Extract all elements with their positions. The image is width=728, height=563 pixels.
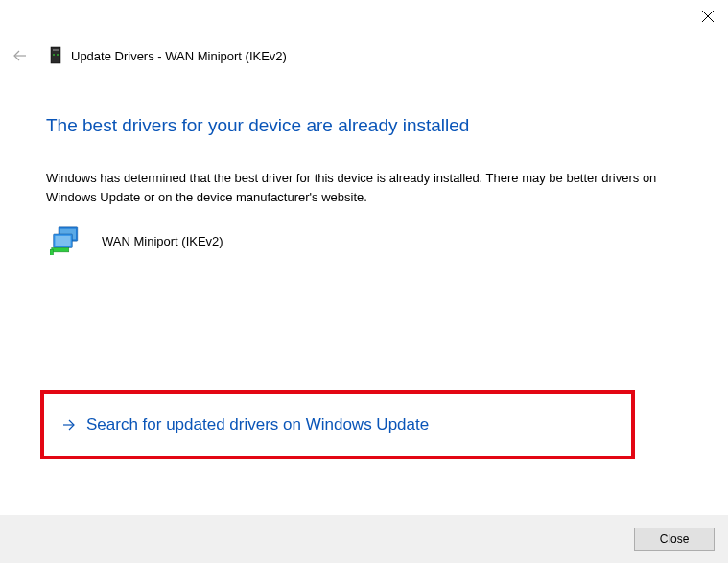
window-title: Update Drivers - WAN Miniport (IKEv2) <box>71 49 287 63</box>
content-area: The best drivers for your device are alr… <box>0 67 728 459</box>
arrow-right-icon <box>61 417 77 433</box>
network-adapter-icon <box>50 225 84 256</box>
footer-bar: Close <box>0 515 728 563</box>
device-row: WAN Miniport (IKEv2) <box>50 225 682 256</box>
page-heading: The best drivers for your device are alr… <box>46 115 682 136</box>
header-row: Update Drivers - WAN Miniport (IKEv2) <box>0 29 728 67</box>
svg-rect-4 <box>53 49 59 51</box>
back-arrow-icon[interactable] <box>12 47 29 64</box>
device-name: WAN Miniport (IKEv2) <box>102 234 223 248</box>
titlebar <box>0 0 728 29</box>
search-link-text: Search for updated drivers on Windows Up… <box>86 415 429 434</box>
svg-rect-12 <box>50 249 54 254</box>
highlight-annotation: Search for updated drivers on Windows Up… <box>40 390 635 459</box>
close-button[interactable]: Close <box>634 528 715 551</box>
device-icon-small <box>48 46 63 65</box>
svg-rect-5 <box>53 54 55 56</box>
close-icon[interactable] <box>699 8 716 25</box>
search-windows-update-link[interactable]: Search for updated drivers on Windows Up… <box>61 415 614 434</box>
body-text: Windows has determined that the best dri… <box>46 169 682 206</box>
svg-rect-10 <box>55 236 70 246</box>
svg-rect-6 <box>57 54 59 56</box>
svg-rect-11 <box>52 247 69 251</box>
